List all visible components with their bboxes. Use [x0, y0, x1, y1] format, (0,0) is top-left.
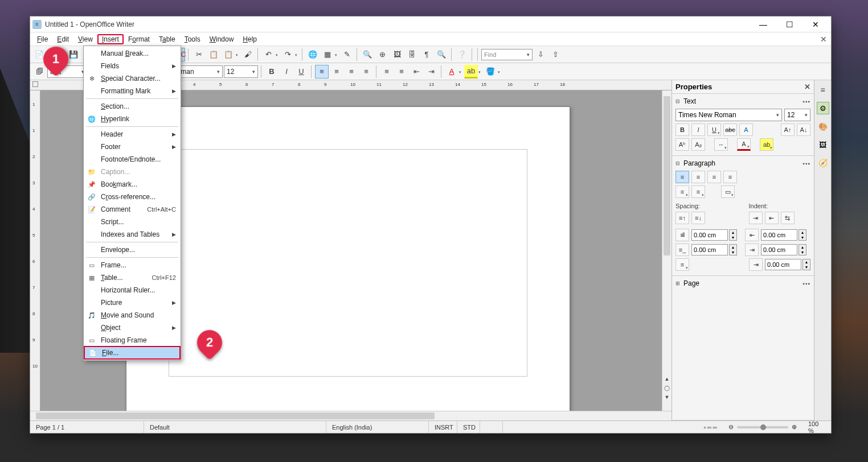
sb-increase-size-button[interactable]: A↑: [781, 123, 795, 136]
indent-first-input[interactable]: ▲▼: [765, 259, 810, 270]
menu-item-comment[interactable]: 📝CommentCtrl+Alt+C: [84, 203, 181, 216]
menu-format[interactable]: Format: [124, 34, 154, 44]
spacing-below-input[interactable]: ▲▼: [691, 244, 737, 255]
menu-item-table[interactable]: ▦Table...Ctrl+F12: [84, 271, 181, 284]
sb-bold-button[interactable]: B: [675, 123, 689, 136]
gallery-button[interactable]: 🖼: [390, 48, 404, 61]
navigator-button[interactable]: ⊕: [375, 48, 389, 61]
sb-shadow-button[interactable]: A: [739, 123, 753, 136]
properties-close-button[interactable]: ✕: [804, 82, 810, 91]
page-section-more[interactable]: ▪▪▪: [803, 280, 810, 287]
sb-inc-indent-button[interactable]: ⇥: [749, 212, 763, 224]
sb-highlight-button[interactable]: ab: [760, 138, 773, 151]
sb-size-combo[interactable]: 12▾: [784, 109, 810, 121]
sb-align-left-button[interactable]: ≡: [675, 171, 689, 183]
sb-spacing-button[interactable]: ↔: [714, 138, 728, 151]
menu-item-indexes-and-tables[interactable]: Indexes and Tables▶: [84, 228, 181, 241]
bold-button[interactable]: B: [265, 65, 279, 79]
menu-item-fields[interactable]: Fields▶: [84, 60, 181, 72]
menu-item-bookmark[interactable]: 📌Bookmark...: [84, 178, 181, 191]
styles-button[interactable]: 🗐: [32, 65, 46, 79]
sb-align-center-button[interactable]: ≡: [691, 171, 705, 183]
align-center-button[interactable]: ≡: [330, 65, 343, 79]
sb-strike-button[interactable]: abc: [723, 123, 737, 136]
menu-item-formatting-mark[interactable]: Formatting Mark▶: [84, 85, 181, 97]
sb-bgcolor-button[interactable]: ▭: [721, 185, 735, 198]
sidebar-navigator-tab[interactable]: 🧭: [817, 156, 829, 169]
italic-button[interactable]: I: [280, 65, 293, 79]
menu-item-section[interactable]: Section...: [84, 100, 181, 113]
text-section-more[interactable]: ▪▪▪: [803, 98, 810, 105]
sb-subscript-button[interactable]: Aᵦ: [691, 138, 705, 151]
zoom-slider[interactable]: [737, 426, 788, 428]
sidebar-settings-icon[interactable]: ≡: [817, 84, 829, 96]
help-button[interactable]: ❔: [455, 48, 469, 61]
save-button[interactable]: 💾: [67, 48, 80, 61]
menu-item-file[interactable]: 📄File...: [84, 346, 181, 360]
para-section-toggle[interactable]: ⊟: [675, 160, 682, 166]
menu-insert[interactable]: Insert: [97, 34, 124, 44]
menu-item-picture[interactable]: Picture▶: [84, 296, 181, 309]
undo-button[interactable]: ↶: [261, 48, 275, 61]
sb-fontcolor-button[interactable]: A: [737, 138, 751, 151]
increase-indent-button[interactable]: ⇥: [424, 65, 438, 79]
spacing-above-input[interactable]: ▲▼: [691, 229, 737, 241]
sb-align-justify-button[interactable]: ≡: [723, 171, 737, 183]
status-selection-mode[interactable]: STD: [457, 421, 480, 433]
menu-edit[interactable]: Edit: [52, 34, 73, 44]
sb-hanging-indent-button[interactable]: ⇆: [781, 212, 795, 224]
view-book-icon[interactable]: ▫▫: [713, 424, 717, 431]
draw-button[interactable]: ✎: [340, 48, 354, 61]
hyperlink-button[interactable]: 🌐: [306, 48, 320, 61]
font-color-button[interactable]: A: [445, 65, 458, 79]
paste-button[interactable]: 📋: [222, 48, 235, 61]
menu-table[interactable]: Table: [154, 34, 180, 44]
format-paintbrush-button[interactable]: 🖌: [241, 48, 255, 61]
document-page[interactable]: [126, 106, 570, 411]
horizontal-scrollbar[interactable]: [30, 411, 672, 420]
menu-item-cross-reference[interactable]: 🔗Cross-reference...: [84, 191, 181, 203]
numbered-list-button[interactable]: ≡: [380, 65, 394, 79]
view-multi-page-icon[interactable]: ▫▫: [707, 424, 711, 431]
font-size-combo[interactable]: 12▾: [224, 65, 258, 78]
menu-item-footer[interactable]: Footer▶: [84, 141, 181, 153]
menu-item-object[interactable]: Object▶: [84, 321, 181, 334]
vertical-ruler[interactable]: 112345678910: [30, 90, 40, 411]
menu-item-hyperlink[interactable]: 🌐Hyperlink: [84, 113, 181, 125]
find-prev-button[interactable]: ⇧: [548, 48, 562, 61]
sb-underline-button[interactable]: U: [707, 123, 721, 136]
view-single-page-icon[interactable]: ▫: [703, 424, 706, 431]
menu-help[interactable]: Help: [238, 34, 261, 44]
sb-superscript-button[interactable]: Aᵇ: [675, 138, 689, 151]
indent-left-input[interactable]: ▲▼: [761, 229, 806, 241]
sidebar-gallery-tab[interactable]: 🖼: [817, 138, 829, 151]
bullet-list-button[interactable]: ≡: [395, 65, 408, 79]
status-zoom-value[interactable]: 100 %: [803, 421, 831, 433]
highlight-button[interactable]: ab: [464, 65, 478, 79]
vertical-scrollbar[interactable]: ▲ ◯ ▼: [662, 90, 672, 411]
indent-right-input[interactable]: ▲▼: [761, 244, 806, 255]
status-style[interactable]: Default: [144, 421, 326, 433]
menu-item-manual-break[interactable]: Manual Break...: [84, 47, 181, 60]
text-section-toggle[interactable]: ⊟: [675, 98, 682, 104]
find-next-button[interactable]: ⇩: [534, 48, 547, 61]
align-justify-button[interactable]: ≡: [359, 65, 373, 79]
sb-bullet-button[interactable]: ≡: [675, 185, 689, 198]
sb-inc-spacing-button[interactable]: ≡↑: [675, 212, 689, 224]
zoom-in-button[interactable]: ⊕: [792, 423, 797, 431]
table-button[interactable]: ▦: [321, 48, 334, 61]
minimize-button[interactable]: ―: [750, 16, 776, 32]
menu-item-movie-and-sound[interactable]: 🎵Movie and Sound: [84, 309, 181, 321]
sb-dec-indent-button[interactable]: ⇤: [765, 212, 779, 224]
status-insert-mode[interactable]: INSRT: [429, 421, 457, 433]
menu-view[interactable]: View: [73, 34, 97, 44]
decrease-indent-button[interactable]: ⇤: [410, 65, 423, 79]
sb-number-button[interactable]: ≡: [691, 185, 705, 198]
sidebar-properties-tab[interactable]: ⚙: [817, 102, 829, 114]
menu-tools[interactable]: Tools: [180, 34, 205, 44]
status-page[interactable]: Page 1 / 1: [30, 421, 144, 433]
bg-color-button[interactable]: 🪣: [484, 65, 497, 79]
redo-button[interactable]: ↷: [281, 48, 294, 61]
page-section-toggle[interactable]: ⊞: [675, 280, 682, 286]
zoom-button[interactable]: 🔍: [435, 48, 448, 61]
